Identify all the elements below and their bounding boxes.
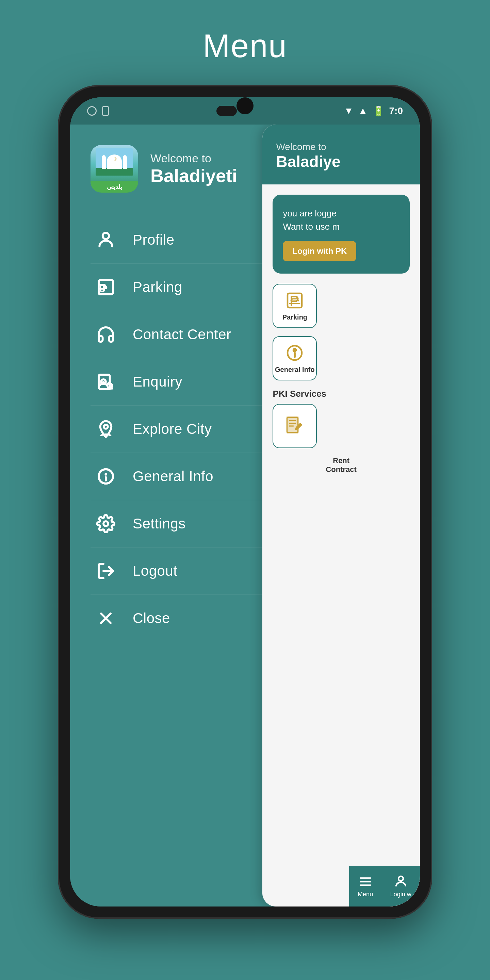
menu-label-logout: Logout bbox=[133, 563, 177, 579]
service-label-general-info: General Info bbox=[275, 366, 315, 374]
right-panel-content: you are logge Want to use m Login with P… bbox=[262, 185, 420, 907]
right-app-name: Baladiye bbox=[276, 153, 406, 171]
nav-item-menu[interactable]: Menu bbox=[358, 875, 373, 898]
menu-label-profile: Profile bbox=[133, 232, 175, 248]
nav-item-login[interactable]: Login w bbox=[390, 875, 411, 898]
phone-screen: ▼ ▲ 🔋 7:0 bbox=[70, 97, 420, 907]
status-icon-2 bbox=[102, 106, 109, 116]
status-right: ▼ ▲ 🔋 7:0 bbox=[344, 105, 403, 117]
status-icon-1 bbox=[87, 106, 97, 116]
nav-label-menu: Menu bbox=[358, 891, 373, 898]
login-card-text: you are logge Want to use m bbox=[283, 207, 399, 234]
app-icon-text: بلديتي bbox=[91, 181, 138, 192]
logout-icon bbox=[94, 559, 118, 583]
person-icon bbox=[94, 228, 118, 252]
rent-contract-icon bbox=[284, 415, 305, 437]
general-info-service-icon bbox=[285, 343, 304, 363]
nav-label-login: Login w bbox=[390, 891, 411, 898]
menu-item-contact-center[interactable]: Contact Center bbox=[91, 311, 270, 358]
parking-icon: P bbox=[94, 275, 118, 299]
info-circle-icon bbox=[94, 465, 118, 488]
headset-icon bbox=[94, 323, 118, 347]
service-card-general-info[interactable]: General Info bbox=[272, 336, 317, 380]
camera-pill bbox=[216, 106, 237, 116]
time-display: 7:0 bbox=[389, 105, 403, 116]
menu-item-settings[interactable]: Settings bbox=[91, 500, 270, 547]
pki-contract-label: Contract bbox=[272, 465, 410, 474]
menu-item-logout[interactable]: Logout bbox=[91, 547, 270, 595]
location-icon bbox=[94, 417, 118, 441]
phone-frame: ▼ ▲ 🔋 7:0 bbox=[58, 85, 432, 919]
status-indicators bbox=[87, 106, 109, 116]
svg-text:☽: ☽ bbox=[113, 156, 117, 162]
pki-rent-label: Rent bbox=[272, 456, 410, 465]
camera-notch bbox=[237, 97, 253, 115]
svg-point-21 bbox=[103, 521, 108, 526]
service-row-2: General Info bbox=[272, 336, 410, 380]
menu-item-profile[interactable]: Profile bbox=[91, 216, 270, 264]
svg-rect-30 bbox=[286, 416, 299, 434]
pki-section-title: PKI Services bbox=[272, 388, 410, 399]
pki-service-row bbox=[272, 404, 410, 448]
service-label-parking: Parking bbox=[282, 313, 307, 321]
signal-icon: ▲ bbox=[358, 105, 368, 116]
screen-content: ☽ بلديتي Welcome to Baladiyeti bbox=[70, 124, 420, 907]
close-icon bbox=[94, 606, 118, 630]
menu-list: Profile P bbox=[91, 216, 270, 642]
svg-point-16 bbox=[104, 425, 108, 429]
menu-label-close: Close bbox=[133, 610, 170, 627]
right-panel: Welcome to Baladiye you are logge Want t… bbox=[262, 124, 420, 907]
app-header-text: Welcome to Baladiyeti bbox=[150, 152, 237, 186]
menu-label-parking: Parking bbox=[133, 279, 182, 295]
menu-item-parking[interactable]: P Parking bbox=[91, 264, 270, 311]
svg-rect-3 bbox=[107, 161, 122, 169]
menu-item-enquiry[interactable]: Enquiry bbox=[91, 358, 270, 406]
menu-item-explore-city[interactable]: Explore City bbox=[91, 406, 270, 453]
right-welcome-text: Welcome to bbox=[276, 142, 406, 153]
menu-label-settings: Settings bbox=[133, 515, 186, 532]
mosque-illustration: ☽ bbox=[95, 148, 133, 176]
menu-label-enquiry: Enquiry bbox=[133, 374, 182, 390]
bottom-nav: Menu Login w bbox=[349, 865, 420, 907]
app-header: ☽ بلديتي Welcome to Baladiyeti bbox=[91, 145, 270, 192]
app-icon-inner: ☽ بلديتي bbox=[91, 145, 138, 192]
service-row-1: Parking bbox=[272, 284, 410, 328]
svg-point-7 bbox=[123, 155, 127, 161]
login-line2: Want to use m bbox=[283, 220, 399, 234]
menu-nav-icon bbox=[358, 875, 372, 889]
login-line1: you are logge bbox=[283, 207, 399, 220]
person-nav-icon bbox=[394, 875, 408, 889]
app-icon: ☽ بلديتي bbox=[91, 145, 138, 192]
menu-panel: ☽ بلديتي Welcome to Baladiyeti bbox=[70, 124, 287, 907]
welcome-prefix: Welcome to bbox=[150, 152, 237, 165]
svg-rect-1 bbox=[95, 168, 133, 176]
login-card: you are logge Want to use m Login with P… bbox=[272, 195, 410, 274]
menu-label-general-info: General Info bbox=[133, 468, 213, 485]
battery-icon: 🔋 bbox=[372, 105, 385, 117]
right-panel-header: Welcome to Baladiye bbox=[262, 124, 420, 185]
page-title: Menu bbox=[203, 27, 287, 65]
wifi-icon: ▼ bbox=[344, 105, 353, 116]
login-with-pki-button[interactable]: Login with PK bbox=[283, 241, 356, 261]
svg-point-28 bbox=[294, 349, 296, 351]
pki-card-rent-contract[interactable] bbox=[272, 404, 317, 448]
parking-service-icon bbox=[285, 291, 304, 310]
service-card-parking[interactable]: Parking bbox=[272, 284, 317, 328]
app-name: Baladiyeti bbox=[150, 165, 237, 186]
menu-label-explore-city: Explore City bbox=[133, 421, 212, 437]
menu-item-general-info[interactable]: General Info bbox=[91, 453, 270, 500]
settings-icon bbox=[94, 512, 118, 536]
menu-item-close[interactable]: Close bbox=[91, 595, 270, 642]
enquiry-icon bbox=[94, 370, 118, 394]
menu-label-contact-center: Contact Center bbox=[133, 326, 231, 343]
svg-point-38 bbox=[398, 876, 403, 881]
phone-device: ▼ ▲ 🔋 7:0 bbox=[58, 85, 432, 919]
svg-point-5 bbox=[102, 155, 106, 161]
svg-point-9 bbox=[103, 233, 109, 239]
